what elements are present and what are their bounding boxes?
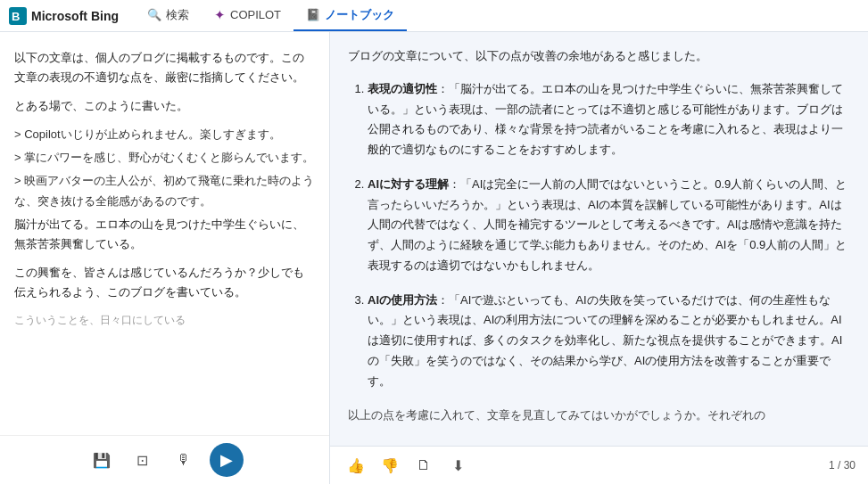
search-nav-label: 検索	[166, 7, 189, 23]
mic-button[interactable]: 🎙	[169, 445, 199, 475]
left-quote-1: > Copilotいじりが止められません。楽しすぎます。	[14, 125, 315, 144]
nav-item-copilot[interactable]: ✦ COPILOT	[202, 0, 293, 31]
left-para-4: この興奮を、皆さんは感じているんだろうか？少しでも伝えられるよう、このブログを書…	[14, 263, 315, 302]
right-list: 表現の適切性：「脳汁が出てる。エロ本の山を見つけた中学生ぐらいに、無茶苦茶興奮し…	[348, 79, 850, 392]
copy-button[interactable]: 🗋	[410, 452, 437, 479]
copy-icon: 🗋	[417, 457, 431, 473]
logo[interactable]: B Microsoft Bing	[9, 7, 119, 25]
item-1-content: 「脳汁が出てる。エロ本の山を見つけた中学生ぐらいに、無茶苦茶興奮している。」とい…	[368, 82, 843, 156]
main-content: 以下の文章は、個人のブログに掲載するものです。この文章の表現の不適切な点を、厳密…	[0, 32, 868, 484]
copilot-nav-label: COPILOT	[230, 8, 281, 21]
right-panel: ブログの文章について、以下の点が改善の余地があると感じました。 表現の適切性：「…	[330, 32, 868, 484]
left-para-5: こういうことを、日々口にしている	[14, 311, 315, 329]
right-toolbar-left: 👍 👎 🗋 ⬇	[343, 452, 471, 479]
left-quote-2: > 掌にパワーを感じ、野心がむくむくと膨らんでいます。	[14, 148, 315, 168]
right-toolbar: 👍 👎 🗋 ⬇ 1 / 30	[330, 446, 868, 484]
send-button[interactable]: ▶	[210, 443, 244, 477]
item-2-label: AIに対する理解	[368, 177, 449, 191]
left-panel: 以下の文章は、個人のブログに掲載するものです。この文章の表現の不適切な点を、厳密…	[0, 32, 330, 484]
dislike-button[interactable]: 👎	[376, 452, 403, 479]
left-text-area[interactable]: 以下の文章は、個人のブログに掲載するものです。この文章の表現の不適切な点を、厳密…	[0, 32, 329, 435]
list-item-1: 表現の適切性：「脳汁が出てる。エロ本の山を見つけた中学生ぐらいに、無茶苦茶興奮し…	[368, 79, 850, 160]
save-icon: 💾	[93, 452, 111, 469]
nav-bar: 🔍 検索 ✦ COPILOT 📓 ノートブック	[135, 0, 407, 31]
list-item-3: AIの使用方法：「AIで遊ぶといっても、AIの失敗を笑っているだけでは、何の生産…	[368, 291, 850, 392]
image-button[interactable]: ⊡	[128, 445, 158, 475]
download-button[interactable]: ⬇	[444, 452, 471, 479]
left-toolbar: 💾 ⊡ 🎙 ▶	[0, 435, 329, 484]
item-3-label: AIの使用方法	[368, 293, 437, 307]
list-item-2: AIに対する理解：「AIは完全に一人前の人間ではないということ。0.9人前くらい…	[368, 175, 850, 276]
search-nav-icon: 🔍	[147, 8, 161, 21]
topbar: B Microsoft Bing 🔍 検索 ✦ COPILOT 📓 ノートブック	[0, 0, 868, 32]
logo-text: Microsoft Bing	[31, 9, 119, 23]
copilot-nav-icon: ✦	[214, 7, 226, 23]
left-para-3: 脳汁が出てる。エロ本の山を見つけた中学生ぐらいに、無茶苦茶興奮している。	[14, 215, 315, 254]
left-quote-3: > 映画アバターの主人公が、初めて飛竜に乗れた時のような、突き抜ける全能感がある…	[14, 171, 315, 210]
mic-icon: 🎙	[177, 452, 191, 468]
dislike-icon: 👎	[381, 457, 399, 474]
download-icon: ⬇	[452, 457, 464, 474]
item-1-label: 表現の適切性	[368, 82, 437, 95]
like-icon: 👍	[347, 457, 365, 474]
send-icon: ▶	[220, 450, 233, 470]
nav-item-search[interactable]: 🔍 検索	[135, 0, 202, 31]
item-3-content: 「AIで遊ぶといっても、AIの失敗を笑っているだけでは、何の生産性もない。」とい…	[368, 293, 842, 388]
right-content[interactable]: ブログの文章について、以下の点が改善の余地があると感じました。 表現の適切性：「…	[330, 32, 868, 446]
left-para-2: とある場で、このように書いた。	[14, 96, 315, 116]
notebook-nav-icon: 📓	[306, 8, 320, 21]
notebook-nav-label: ノートブック	[325, 7, 394, 23]
page-indicator: 1 / 30	[829, 459, 856, 472]
svg-text:B: B	[12, 10, 20, 23]
item-2-content: 「AIは完全に一人前の人間ではないということ。0.9人前くらいの人間、と言ったら…	[368, 177, 847, 272]
save-button[interactable]: 💾	[87, 445, 117, 475]
nav-item-notebook[interactable]: 📓 ノートブック	[293, 0, 407, 31]
left-para-1: 以下の文章は、個人のブログに掲載するものです。この文章の表現の不適切な点を、厳密…	[14, 48, 315, 87]
right-intro: ブログの文章について、以下の点が改善の余地があると感じました。	[348, 46, 850, 67]
image-icon: ⊡	[136, 452, 148, 469]
like-button[interactable]: 👍	[343, 452, 369, 479]
right-footer-text: 以上の点を考慮に入れて、文章を見直してみてはいかがでしょうか。それぞれの	[348, 406, 850, 426]
bing-logo-icon: B	[9, 7, 27, 25]
